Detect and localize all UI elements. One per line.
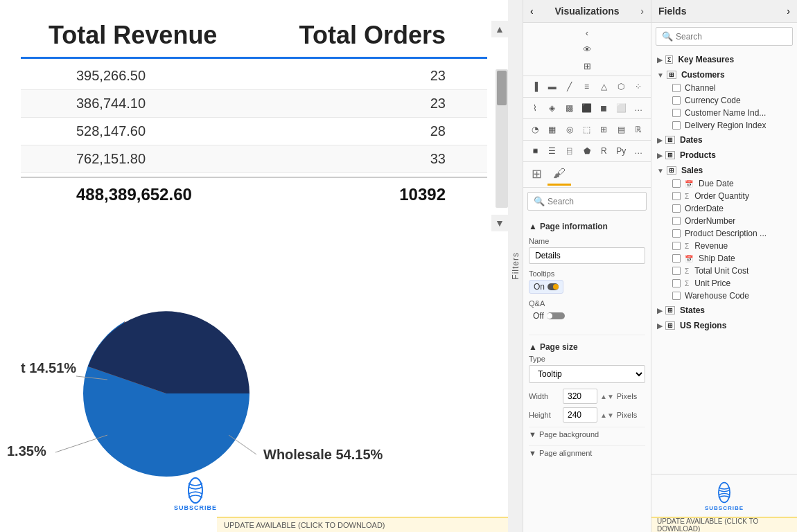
viz-icon-sankey[interactable]: ⬜ — [613, 100, 629, 116]
viz-icon-table[interactable]: ⊞ — [596, 122, 611, 137]
field-group-header-us-regions[interactable]: ▶ ⊞ US Regions — [651, 319, 797, 332]
viz-panel-back[interactable]: ‹ — [530, 6, 534, 17]
status-bar[interactable]: UPDATE AVAILABLE (CLICK TO DOWNLOAD) — [217, 517, 508, 532]
field-item-delivery-region[interactable]: Delivery Region Index — [651, 119, 797, 132]
field-group-header-key-measures[interactable]: ▶ Σ Key Measures — [651, 53, 797, 66]
width-stepper[interactable]: ▲▼ — [600, 393, 614, 400]
field-item-order-quantity[interactable]: Σ Order Quantity — [651, 190, 797, 202]
fields-search[interactable]: 🔍 — [656, 27, 793, 46]
scroll-up-button[interactable]: ▲ — [491, 21, 508, 37]
field-group-header-sales[interactable]: ▼ ⊞ Sales — [651, 163, 797, 177]
checkbox-ship-date[interactable] — [672, 254, 681, 263]
field-group-header-dates[interactable]: ▶ ⊞ Dates — [651, 133, 797, 147]
checkbox-revenue[interactable] — [672, 242, 681, 250]
field-item-total-unit-cost[interactable]: Σ Total Unit Cost — [651, 265, 797, 277]
viz-icon-bar[interactable]: ▐ — [527, 79, 543, 94]
field-item-customer-name[interactable]: Customer Name Ind... — [651, 107, 797, 119]
viz-search[interactable]: 🔍 — [527, 192, 647, 211]
viz-icon-area2[interactable]: ⬡ — [613, 79, 629, 94]
viz-icon-slicer[interactable]: ☰ — [545, 143, 560, 159]
checkbox-customer-name[interactable] — [672, 109, 681, 117]
scroll-down-button[interactable]: ▼ — [491, 215, 508, 231]
field-item-revenue[interactable]: Σ Revenue — [651, 240, 797, 252]
field-name-due-date: Due Date — [699, 179, 734, 188]
type-select[interactable]: Tooltip — [529, 365, 645, 383]
field-item-channel[interactable]: Channel — [651, 82, 797, 94]
viz-icon-col[interactable]: ▬ — [545, 79, 560, 94]
height-input[interactable] — [563, 407, 597, 423]
field-item-unit-price[interactable]: Σ Unit Price — [651, 277, 797, 290]
checkbox-unit-price[interactable] — [672, 279, 681, 287]
nav-icon-back[interactable]: ‹ — [580, 26, 594, 39]
name-input[interactable] — [529, 247, 645, 264]
width-row: Width ▲▼ Pixels — [529, 389, 645, 404]
viz-icon-py[interactable]: Py — [613, 143, 629, 159]
viz-icon-card[interactable]: ⬚ — [579, 122, 595, 137]
fields-subscribe-label: SUBSCRIBE — [705, 505, 744, 511]
build-tab[interactable]: ⊞ — [526, 163, 548, 186]
checkbox-orderdate[interactable] — [672, 204, 681, 213]
field-item-ship-date[interactable]: 📅 Ship Date — [651, 252, 797, 265]
viz-icon-treemap[interactable]: ▦ — [545, 122, 560, 137]
checkbox-product-desc[interactable] — [672, 229, 681, 238]
viz-icon-map3[interactable]: ▩ — [562, 100, 577, 116]
viz-icon-pie[interactable]: ◔ — [527, 122, 543, 137]
viz-icon-line[interactable]: ╱ — [562, 79, 577, 94]
checkbox-total-unit-cost[interactable] — [672, 267, 681, 275]
page-size-header[interactable]: ▲ Page size — [529, 339, 645, 355]
viz-icon-map2[interactable]: ◈ — [545, 100, 560, 116]
height-stepper[interactable]: ▲▼ — [600, 411, 614, 419]
viz-icon-matrix[interactable]: ▤ — [613, 122, 629, 137]
field-item-warehouse-code[interactable]: Warehouse Code — [651, 290, 797, 302]
qa-toggle-off[interactable]: Off — [529, 310, 569, 322]
checkbox-order-quantity[interactable] — [672, 192, 681, 200]
checkbox-ordernumber[interactable] — [672, 217, 681, 225]
checkbox-channel[interactable] — [672, 84, 681, 92]
width-input[interactable] — [563, 389, 597, 404]
viz-icon-kpi[interactable]: ◾ — [527, 143, 543, 159]
nav-icon-filter[interactable]: ⊞ — [580, 59, 594, 73]
fields-status-bar[interactable]: UPDATE AVAILABLE (CLICK TO DOWNLOAD) — [651, 517, 797, 532]
qa-toggle-dot — [547, 313, 552, 319]
fields-expand[interactable]: › — [787, 6, 790, 17]
viz-panel-expand[interactable]: › — [640, 6, 644, 17]
page-info-header[interactable]: ▲ Page information — [529, 219, 645, 234]
format-tab[interactable]: 🖌 — [548, 163, 571, 186]
viz-icon-r[interactable]: R — [596, 143, 611, 159]
checkbox-delivery-region[interactable] — [672, 121, 681, 130]
field-group-header-products[interactable]: ▶ ⊞ Products — [651, 148, 797, 162]
page-align-header[interactable]: ▼ Page alignment — [529, 445, 645, 460]
viz-icon-more2[interactable]: … — [631, 143, 646, 159]
checkbox-currency-code[interactable] — [672, 96, 681, 105]
scrollbar-track[interactable] — [496, 69, 508, 208]
field-item-currency-code[interactable]: Currency Code — [651, 94, 797, 107]
viz-icon-more[interactable]: … — [631, 100, 646, 116]
tooltips-toggle-on[interactable]: On — [529, 280, 563, 294]
viz-icon-gauge[interactable]: ◎ — [562, 122, 577, 137]
checkbox-due-date[interactable] — [672, 179, 681, 188]
checkbox-warehouse-code[interactable] — [672, 292, 681, 300]
field-group-header-customers[interactable]: ▼ ⊞ Customers — [651, 68, 797, 82]
viz-icon-bar2[interactable]: ≡ — [579, 79, 595, 94]
viz-icon-custom[interactable]: ℝ — [631, 122, 646, 137]
field-name-delivery-region: Delivery Region Index — [685, 121, 766, 130]
field-item-orderdate[interactable]: OrderDate — [651, 202, 797, 215]
viz-icon-shape[interactable]: ⬟ — [579, 143, 595, 159]
viz-search-input[interactable] — [548, 197, 640, 206]
viz-icon-scatter[interactable]: ⁘ — [631, 79, 646, 94]
viz-icon-ribbon[interactable]: ◼ — [596, 100, 611, 116]
viz-icon-waterfall[interactable]: ⬛ — [579, 100, 595, 116]
viz-icon-area[interactable]: △ — [596, 79, 611, 94]
field-item-due-date[interactable]: 📅 Due Date — [651, 177, 797, 190]
subscribe-area[interactable]: SUBSCRIBE — [174, 477, 217, 511]
fields-search-input[interactable] — [676, 32, 787, 42]
page-bg-header[interactable]: ▼ Page background — [529, 427, 645, 441]
field-group-header-states[interactable]: ▶ ⊞ States — [651, 303, 797, 317]
nav-icon-eye[interactable]: 👁 — [580, 42, 594, 56]
viz-icon-decomp[interactable]: ⌸ — [562, 143, 577, 159]
field-name-orderdate: OrderDate — [685, 204, 724, 213]
field-item-ordernumber[interactable]: OrderNumber — [651, 215, 797, 227]
field-item-product-desc[interactable]: Product Description ... — [651, 227, 797, 240]
viz-icon-map[interactable]: ⌇ — [527, 100, 543, 116]
scrollbar-thumb[interactable] — [497, 71, 507, 105]
